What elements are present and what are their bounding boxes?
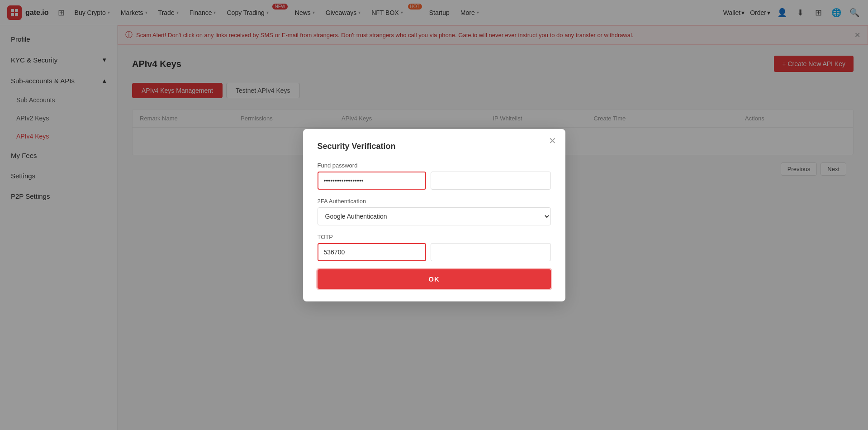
totp-extra-input[interactable] [431,243,551,261]
ok-button[interactable]: OK [318,269,551,289]
security-verification-modal: ✕ Security Verification Fund password 2F… [303,129,565,301]
totp-label: TOTP [318,234,551,240]
fund-password-input[interactable] [318,172,426,190]
modal-title: Security Verification [318,142,551,151]
modal-overlay: ✕ Security Verification Fund password 2F… [0,0,868,430]
totp-group: TOTP [318,234,551,261]
totp-input[interactable] [318,243,426,261]
fund-password-extra-input[interactable] [431,172,551,190]
tfa-select[interactable]: Google Authentication SMS Authentication… [318,207,551,225]
fund-password-row [318,172,551,190]
fund-password-label: Fund password [318,162,551,169]
modal-close-button[interactable]: ✕ [549,136,556,145]
tfa-group: 2FA Authentication Google Authentication… [318,198,551,225]
fund-password-group: Fund password [318,162,551,190]
tfa-label: 2FA Authentication [318,198,551,205]
totp-row [318,243,551,261]
